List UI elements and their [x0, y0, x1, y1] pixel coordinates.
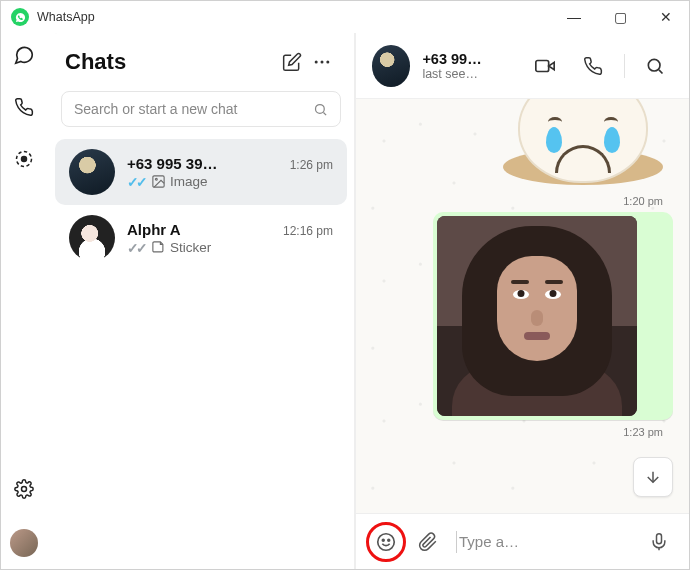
svg-rect-9	[536, 60, 549, 71]
whatsapp-logo-icon	[11, 8, 29, 26]
message-gif[interactable]	[433, 212, 673, 420]
scroll-to-bottom-button[interactable]	[633, 457, 673, 497]
last-msg-type: Sticker	[170, 240, 211, 255]
conversation-header: +63 99… last see…	[356, 33, 689, 99]
svg-point-2	[22, 487, 27, 492]
conversation-search-button[interactable]	[636, 46, 673, 86]
svg-rect-14	[657, 533, 662, 543]
svg-point-4	[321, 61, 324, 64]
attach-button[interactable]	[414, 528, 442, 556]
read-receipt-icon: ✓✓	[127, 174, 145, 190]
window-minimize-button[interactable]: —	[551, 1, 597, 33]
rail-chats-icon[interactable]	[12, 43, 36, 67]
composer: Type a…	[356, 513, 689, 569]
sticker-icon	[151, 240, 166, 255]
last-msg-type: Image	[170, 174, 208, 189]
chats-panel: Chats Search or start a new chat	[47, 33, 355, 569]
message-time: 1:23 pm	[437, 424, 669, 439]
left-rail	[1, 33, 47, 569]
chat-list: +63 995 39… 1:26 pm ✓✓ Image	[47, 139, 355, 569]
rail-user-avatar[interactable]	[10, 529, 38, 557]
chat-list-item[interactable]: Alphr A 12:16 pm ✓✓ Sticker	[55, 205, 347, 271]
voice-message-button[interactable]	[645, 528, 673, 556]
conversation-title: +63 99…	[422, 51, 502, 67]
window-close-button[interactable]: ✕	[643, 1, 689, 33]
search-input[interactable]: Search or start a new chat	[61, 91, 341, 127]
message-time: 1:20 pm	[437, 193, 669, 208]
rail-calls-icon[interactable]	[12, 95, 36, 119]
avatar	[69, 215, 115, 261]
svg-point-13	[388, 539, 390, 541]
new-chat-button[interactable]	[277, 47, 307, 77]
message-input[interactable]: Type a…	[456, 531, 631, 553]
chat-name: Alphr A	[127, 221, 283, 238]
conversation-avatar[interactable]	[372, 45, 410, 87]
conversation-body[interactable]: 1:20 pm	[356, 99, 689, 513]
svg-point-3	[315, 61, 318, 64]
svg-point-5	[326, 61, 329, 64]
chats-more-button[interactable]	[307, 47, 337, 77]
chat-time: 1:26 pm	[290, 158, 333, 172]
divider	[624, 54, 625, 78]
rail-status-icon[interactable]	[12, 147, 36, 171]
search-icon	[313, 102, 328, 117]
chat-name: +63 995 39…	[127, 155, 290, 172]
chat-list-item[interactable]: +63 995 39… 1:26 pm ✓✓ Image	[55, 139, 347, 205]
chats-title: Chats	[65, 49, 277, 75]
titlebar: WhatsApp — ▢ ✕	[1, 1, 689, 33]
search-placeholder: Search or start a new chat	[74, 101, 305, 117]
video-call-button[interactable]	[526, 46, 563, 86]
rail-settings-icon[interactable]	[12, 477, 36, 501]
svg-point-12	[382, 539, 384, 541]
svg-point-6	[316, 104, 325, 113]
chat-time: 12:16 pm	[283, 224, 333, 238]
app-title: WhatsApp	[37, 10, 95, 24]
message-placeholder: Type a…	[459, 533, 519, 550]
avatar	[69, 149, 115, 195]
svg-point-11	[378, 533, 395, 550]
svg-point-1	[22, 157, 27, 162]
conversation-panel: +63 99… last see…	[355, 33, 689, 569]
emoji-button[interactable]	[372, 528, 400, 556]
voice-call-button[interactable]	[575, 46, 612, 86]
svg-point-8	[155, 178, 157, 180]
read-receipt-icon: ✓✓	[127, 240, 145, 256]
svg-point-10	[648, 59, 660, 71]
message-sticker[interactable]	[493, 99, 673, 193]
conversation-subtitle: last see…	[422, 67, 502, 81]
image-icon	[151, 174, 166, 189]
window-maximize-button[interactable]: ▢	[597, 1, 643, 33]
